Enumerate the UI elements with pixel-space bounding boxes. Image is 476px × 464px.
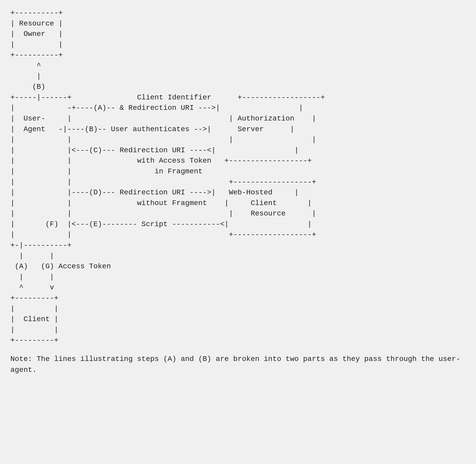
diagram-line-4: | | [10, 41, 63, 49]
note-text: Note: The lines illustrating steps (A) a… [10, 354, 466, 376]
diagram-line-3: | Owner | [10, 30, 63, 38]
diagram-line-26: | | [10, 273, 54, 281]
diagram-line-30: | Client | [10, 315, 58, 323]
diagram-line-27: ^ v [10, 283, 54, 291]
diagram-line-23: +-|----------+ [10, 241, 71, 249]
diagram-line-25: (A) (G) Access Token [10, 262, 111, 270]
diagram-line-15: | | with Access Token +-----------------… [10, 157, 312, 165]
diagram-line-31: | | [10, 326, 58, 334]
diagram-line-28: +---------+ [10, 294, 58, 302]
diagram-line-5: +----------+ [10, 51, 63, 59]
diagram-line-2: | Resource | [10, 20, 63, 28]
diagram-line-8: (B) [10, 83, 45, 91]
diagram-line-32: +---------+ [10, 336, 58, 344]
diagram-line-1: +----------+ [10, 9, 63, 17]
diagram-line-14: | |<---(C)--- Redirection URI ----<| | [10, 146, 299, 154]
diagram-line-17: | | +------------------+ [10, 178, 316, 186]
diagram-line-11: | User- | | Authorization | [10, 115, 316, 123]
diagram-line-18: | |----(D)--- Redirection URI ---->| Web… [10, 188, 299, 196]
diagram-line-19: | | without Fragment | Client | [10, 199, 312, 207]
diagram-line-9: +-----|------+ Client Identifier +------… [10, 93, 325, 101]
diagram-line-12: | Agent -|----(B)-- User authenticates -… [10, 125, 294, 133]
diagram-line-13: | | | | [10, 136, 316, 144]
diagram-line-21: | (F) |<---(E)-------- Script ----------… [10, 220, 312, 228]
diagram: +----------+ | Resource | | Owner | | | … [10, 8, 466, 346]
diagram-line-22: | | +------------------+ [10, 231, 316, 239]
diagram-line-24: | | [10, 252, 54, 260]
diagram-line-20: | | | Resource | [10, 209, 316, 218]
diagram-line-7: | [10, 72, 41, 80]
diagram-line-10: | -+----(A)-- & Redirection URI --->| | [10, 104, 303, 112]
diagram-line-29: | | [10, 305, 58, 313]
diagram-line-16: | | in Fragment [10, 167, 203, 175]
diagram-line-6: ^ [10, 62, 41, 70]
